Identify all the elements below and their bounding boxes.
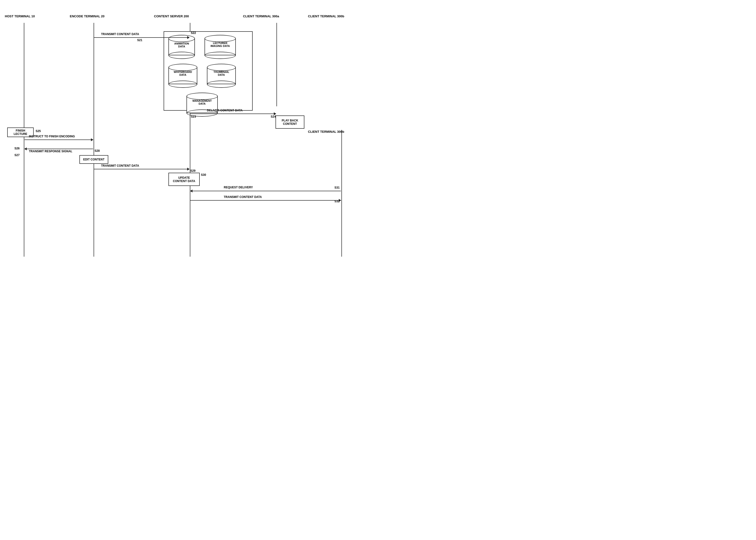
label-transmit-content-2: TRANSMIT CONTENT DATA bbox=[101, 164, 139, 167]
lifeline-client300a bbox=[276, 23, 277, 106]
step-s25: S25 bbox=[36, 129, 41, 133]
entity-encode: ENCODE TERMINAL 20 bbox=[70, 14, 104, 18]
entity-client300a: CLIENT TERMINAL 300a bbox=[243, 14, 279, 18]
label-transmit-content-3: TRANSMIT CONTENT DATA bbox=[224, 195, 262, 199]
entity-client300b-label: CLIENT TERMINAL 300b bbox=[308, 130, 344, 133]
box-update-content: UPDATECONTENT DATA bbox=[168, 173, 200, 186]
label-deliver-content: DELIVER CONTENT DATA bbox=[207, 109, 242, 112]
step-s23: S23 bbox=[191, 115, 196, 118]
step-s29: S29 bbox=[190, 169, 195, 173]
lifeline-client300b bbox=[342, 130, 342, 257]
step-s24: S24 bbox=[271, 115, 276, 118]
sequence-diagram: HOST TERMINAL 10 ENCODE TERMINAL 20 CONT… bbox=[0, 0, 378, 270]
arrow-transmit-content-1 bbox=[94, 37, 189, 38]
step-s27: S27 bbox=[14, 154, 20, 157]
step-s21: S21 bbox=[137, 39, 142, 42]
arrow-instruct-finish bbox=[25, 140, 93, 140]
arrow-deliver-content bbox=[190, 113, 276, 114]
lifeline-encode bbox=[93, 23, 94, 257]
arrow-request-delivery bbox=[190, 191, 341, 191]
label-transmit-content-1: TRANSMIT CONTENT DATA bbox=[101, 33, 139, 36]
arrow-transmit-response bbox=[25, 149, 93, 149]
lifeline-server-lower bbox=[190, 118, 190, 257]
label-request-delivery: REQUEST DELIVERY bbox=[224, 186, 253, 189]
box-play-back: PLAY BACKCONTENT bbox=[275, 115, 304, 129]
entity-server: CONTENT SERVER 200 bbox=[154, 14, 189, 18]
entity-client300b: CLIENT TERMINAL 300b bbox=[308, 14, 344, 18]
label-instruct-finish: INSTRUCT TO FINISH ENCODING bbox=[29, 135, 75, 138]
arrow-transmit-content-2 bbox=[94, 169, 189, 169]
step-s26: S26 bbox=[14, 147, 20, 150]
entity-host: HOST TERMINAL 10 bbox=[5, 14, 35, 18]
arrow-transmit-content-3 bbox=[190, 200, 341, 201]
step-s30: S30 bbox=[201, 173, 206, 177]
lifeline-host bbox=[24, 23, 24, 257]
step-s32: S32 bbox=[335, 200, 340, 203]
step-s22: S22 bbox=[191, 31, 196, 35]
box-edit-content: EDIT CONTENT bbox=[79, 155, 108, 164]
step-s28: S28 bbox=[94, 149, 99, 153]
label-transmit-response: TRANSMIT RESPONSE SIGNAL bbox=[29, 150, 73, 153]
step-s31: S31 bbox=[335, 186, 340, 189]
